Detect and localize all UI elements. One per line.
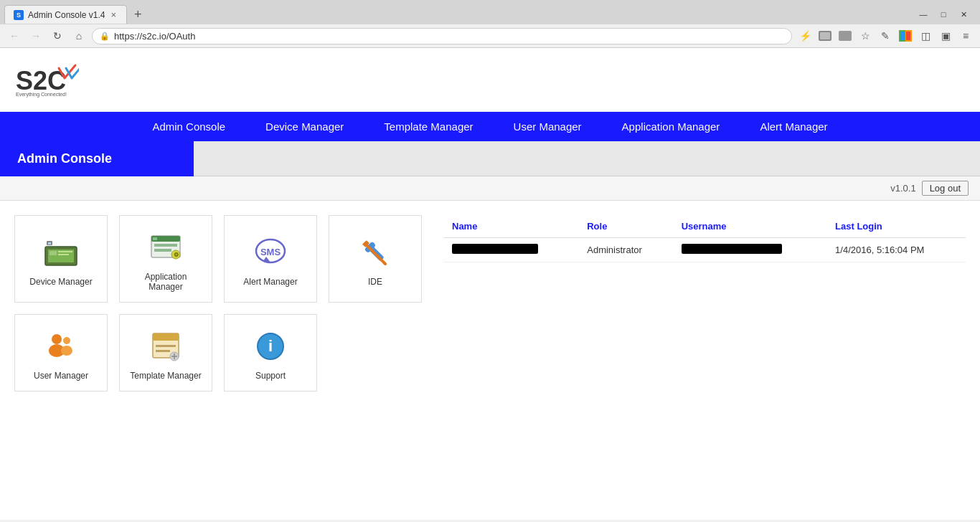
extension-icon2[interactable] (837, 27, 854, 44)
user-manager-icon (44, 329, 78, 364)
user-table: Name Role Username Last Login Administra… (443, 215, 966, 262)
back-button[interactable]: ← (6, 27, 23, 44)
support-card[interactable]: i Support (224, 314, 317, 392)
ide-card[interactable]: IDE (329, 215, 422, 303)
svg-rect-5 (900, 32, 905, 40)
col-username: Username (673, 215, 826, 238)
alert-manager-card[interactable]: SMS Alert Manager (224, 215, 317, 303)
svg-point-33 (61, 346, 72, 356)
reload-button[interactable]: ↻ (49, 27, 66, 44)
device-manager-card[interactable]: Device Manager (14, 215, 108, 303)
user-username-cell (673, 238, 826, 262)
application-manager-label: Application Manager (127, 272, 204, 292)
close-button[interactable]: ✕ (954, 6, 973, 22)
version-text: v1.0.1 (890, 183, 915, 194)
tab-close-button[interactable]: × (109, 9, 118, 20)
main-content: Device Manager ⚙ Application Manager (0, 201, 980, 406)
svg-text:⚙: ⚙ (174, 252, 179, 258)
nav-item-device-manager[interactable]: Device Manager (245, 112, 364, 141)
svg-rect-37 (156, 350, 170, 352)
svg-text:SMS: SMS (260, 247, 281, 257)
template-manager-label: Template Manager (130, 371, 201, 381)
cast-icon[interactable]: ✎ (877, 27, 894, 44)
device-manager-icon (44, 235, 78, 270)
screen-icon[interactable]: ▣ (937, 27, 954, 44)
home-button[interactable]: ⌂ (70, 27, 88, 44)
svg-rect-12 (58, 251, 72, 252)
template-manager-card[interactable]: Template Manager (119, 314, 212, 392)
support-icon: i (253, 329, 288, 364)
forward-button[interactable]: → (27, 27, 44, 44)
site-header: S2C Everything Connected! (0, 48, 980, 112)
ide-label: IDE (368, 277, 382, 287)
nav-link-admin-console[interactable]: Admin Console (132, 112, 245, 141)
page-title-bar: Admin Console (0, 141, 194, 176)
logout-button[interactable]: Log out (922, 181, 969, 196)
svg-line-28 (365, 244, 385, 264)
template-manager-icon (149, 329, 183, 364)
minimize-button[interactable]: — (914, 6, 933, 22)
svg-point-30 (52, 334, 62, 344)
icon-grid: Device Manager ⚙ Application Manager (14, 215, 422, 392)
col-name: Name (443, 215, 578, 238)
svg-text:i: i (268, 337, 273, 355)
version-bar: v1.0.1 Log out (0, 176, 980, 201)
new-tab-button[interactable]: + (127, 4, 149, 24)
col-last-login: Last Login (826, 215, 966, 238)
maximize-button[interactable]: □ (934, 6, 953, 22)
nav-link-device-manager[interactable]: Device Manager (245, 112, 364, 141)
menu-icon[interactable]: ≡ (957, 27, 974, 44)
nav-item-user-manager[interactable]: User Manager (494, 112, 602, 141)
nav-link-application-manager[interactable]: Application Manager (602, 112, 740, 141)
main-nav: Admin Console Device Manager Template Ma… (0, 112, 980, 141)
nav-item-alert-manager[interactable]: Alert Manager (740, 112, 847, 141)
url-box[interactable]: 🔒 https://s2c.io/OAuth (92, 28, 792, 44)
toolbar-icons: ⚡ ☆ ✎ ◫ ▣ ≡ (796, 27, 974, 44)
site-logo[interactable]: S2C Everything Connected! (14, 62, 966, 100)
nav-item-template-manager[interactable]: Template Manager (364, 112, 493, 141)
svg-point-32 (63, 337, 70, 344)
application-manager-card[interactable]: ⚙ Application Manager (119, 215, 212, 303)
nav-item-application-manager[interactable]: Application Manager (602, 112, 740, 141)
support-label: Support (255, 371, 286, 381)
page-header-right (194, 141, 980, 176)
svg-text:Everything Connected!: Everything Connected! (16, 92, 67, 98)
nav-item-admin-console[interactable]: Admin Console (132, 112, 245, 141)
nav-link-alert-manager[interactable]: Alert Manager (740, 112, 847, 141)
color-picker-icon[interactable] (897, 27, 914, 44)
name-redacted (452, 244, 538, 254)
address-bar: ← → ↻ ⌂ 🔒 https://s2c.io/OAuth ⚡ ☆ ✎ (0, 24, 980, 47)
nav-link-template-manager[interactable]: Template Manager (364, 112, 493, 141)
alert-manager-label: Alert Manager (243, 277, 297, 287)
svg-rect-15 (48, 242, 51, 245)
svg-rect-13 (58, 254, 69, 255)
cast-icon2[interactable]: ◫ (917, 27, 934, 44)
col-role: Role (578, 215, 672, 238)
alert-manager-icon: SMS (253, 235, 288, 270)
svg-rect-36 (156, 345, 176, 347)
lightning-icon[interactable]: ⚡ (796, 27, 814, 44)
svg-rect-11 (50, 251, 57, 255)
user-name-cell (443, 238, 578, 262)
nav-link-user-manager[interactable]: User Manager (494, 112, 602, 141)
user-role-cell: Administrator (578, 238, 672, 262)
user-table-area: Name Role Username Last Login Administra… (443, 215, 966, 392)
extension-icon1[interactable] (816, 27, 834, 44)
browser-chrome: S Admin Console v1.4 × + — □ ✕ ← → ↻ ⌂ 🔒… (0, 0, 980, 48)
bookmark-icon[interactable]: ☆ (857, 27, 874, 44)
page-header: Admin Console (0, 141, 980, 176)
page: S2C Everything Connected! Admin Console … (0, 48, 980, 520)
tab-bar: S Admin Console v1.4 × + — □ ✕ (0, 0, 980, 24)
tab-favicon: S (14, 10, 24, 20)
ide-icon (358, 235, 392, 270)
svg-rect-20 (154, 249, 171, 252)
page-title: Admin Console (17, 151, 112, 166)
svg-text:S2C: S2C (16, 66, 66, 95)
tab-title: Admin Console v1.4 (28, 10, 105, 20)
svg-rect-2 (839, 31, 852, 41)
svg-rect-18 (153, 237, 157, 240)
svg-rect-1 (820, 32, 830, 39)
active-tab[interactable]: S Admin Console v1.4 × (4, 5, 127, 24)
user-manager-card[interactable]: User Manager (14, 314, 108, 392)
user-last-login-cell: 1/4/2016, 5:16:04 PM (826, 238, 966, 262)
